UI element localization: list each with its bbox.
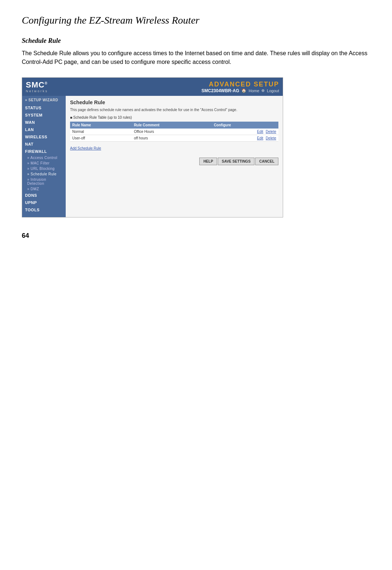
sidebar-item-url-blocking[interactable]: » URL Blocking — [22, 166, 66, 171]
sidebar-item-firewall[interactable]: FIREWALL — [22, 148, 66, 155]
content-area: Schedule Rule This page defines schedule… — [66, 96, 283, 217]
sidebar-item-mac-filter[interactable]: » MAC Filter — [22, 160, 66, 166]
page-number: 64 — [22, 232, 370, 240]
col-rule-comment: Rule Comment — [132, 122, 212, 129]
router-body: » SETUP WIZARD STATUS SYSTEM WAN LAN WIR… — [22, 96, 283, 217]
configure-col-1: Edit Delete — [212, 129, 278, 135]
table-row: User-off off hours Edit Delete — [70, 135, 278, 142]
smc-logo: SMC® Networks — [26, 81, 48, 93]
smc-logo-text: SMC® — [26, 81, 48, 89]
model-name: SMC2304WBR-AG — [201, 88, 239, 93]
home-link[interactable]: Home — [249, 89, 259, 93]
configure-col-2: Edit Delete — [212, 135, 278, 142]
separator: ⊕ — [261, 88, 265, 93]
sidebar-item-system[interactable]: SYSTEM — [22, 111, 66, 119]
save-settings-button[interactable]: SAVE SETTINGS — [218, 158, 254, 165]
cancel-button[interactable]: CANCEL — [255, 158, 278, 165]
schedule-rule-table: Rule Name Rule Comment Configure Normal … — [70, 122, 278, 142]
sidebar-item-wireless[interactable]: WIRELESS — [22, 133, 66, 141]
sidebar-item-setup-wizard[interactable]: » SETUP WIZARD — [22, 96, 66, 104]
sidebar-item-nat[interactable]: NAT — [22, 141, 66, 148]
edit-link-2[interactable]: Edit — [257, 136, 263, 140]
sidebar-item-access-control[interactable]: » Access Control — [22, 155, 66, 160]
help-button[interactable]: HELP — [199, 158, 217, 165]
sidebar-item-ddns[interactable]: DDNS — [22, 192, 66, 199]
rule-name-2: User-off — [70, 135, 132, 142]
section-title: Schedule Rule — [22, 37, 370, 45]
col-rule-name: Rule Name — [70, 122, 132, 129]
delete-link-1[interactable]: Delete — [266, 130, 276, 134]
rule-name-1: Normal — [70, 129, 132, 135]
content-description: This page defines schedule rule names an… — [70, 107, 278, 113]
sidebar-item-dmz[interactable]: » DMZ — [22, 186, 66, 192]
sidebar-item-wan[interactable]: WAN — [22, 119, 66, 126]
section-description: The Schedule Rule allows you to configur… — [22, 49, 370, 66]
router-header: SMC® Networks ADVANCED SETUP SMC2304WBR-… — [22, 78, 283, 96]
add-schedule-rule-link[interactable]: Add Schedule Rule — [70, 146, 101, 150]
advanced-setup-label: ADVANCED SETUP — [209, 81, 279, 88]
sidebar-item-tools[interactable]: TOOLS — [22, 206, 66, 213]
col-configure: Configure — [212, 122, 278, 129]
sidebar: » SETUP WIZARD STATUS SYSTEM WAN LAN WIR… — [22, 96, 66, 217]
page-title: Configuring the EZ-Stream Wireless Route… — [22, 15, 370, 26]
table-row: Normal Office Hours Edit Delete — [70, 129, 278, 135]
header-right: ADVANCED SETUP SMC2304WBR-AG 🏠 Home ⊕ Lo… — [201, 81, 279, 93]
table-header-note: ■ Schedule Rule Table (up to 10 rules) — [70, 115, 278, 119]
router-frame: SMC® Networks ADVANCED SETUP SMC2304WBR-… — [22, 77, 283, 217]
sidebar-item-lan[interactable]: LAN — [22, 126, 66, 133]
content-page-title: Schedule Rule — [70, 99, 278, 105]
model-nav: SMC2304WBR-AG 🏠 Home ⊕ Logout — [201, 88, 279, 93]
smc-networks-text: Networks — [26, 89, 48, 93]
home-icon: 🏠 — [241, 88, 246, 93]
rule-comment-2: off hours — [132, 135, 212, 142]
button-row: HELP SAVE SETTINGS CANCEL — [70, 158, 278, 165]
sidebar-item-schedule-rule[interactable]: » Schedule Rule — [22, 171, 66, 177]
logout-link[interactable]: Logout — [267, 89, 279, 93]
sidebar-item-status[interactable]: STATUS — [22, 104, 66, 111]
delete-link-2[interactable]: Delete — [266, 136, 276, 140]
edit-link-1[interactable]: Edit — [257, 130, 263, 134]
sidebar-item-upnp[interactable]: UPnP — [22, 199, 66, 206]
sidebar-item-intrusion-detection[interactable]: » Intrusion Detection — [22, 177, 66, 186]
rule-comment-1: Office Hours — [132, 129, 212, 135]
